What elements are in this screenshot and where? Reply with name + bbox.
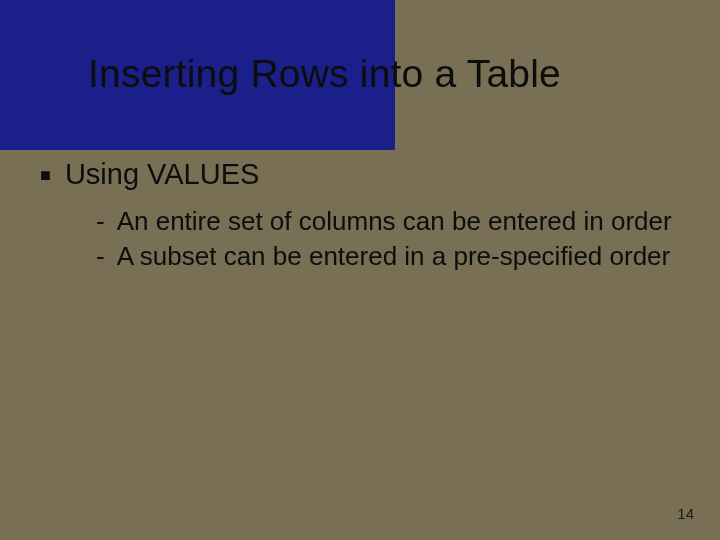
square-bullet-icon: ■ (40, 166, 51, 184)
sub-bullet-text: An entire set of columns can be entered … (117, 205, 672, 238)
sub-bullet-text: A subset can be entered in a pre-specifi… (117, 240, 671, 273)
dash-bullet-icon: - (96, 240, 105, 273)
bullet-item: ■ Using VALUES (40, 158, 680, 191)
slide-title: Inserting Rows into a Table (88, 52, 700, 96)
dash-bullet-icon: - (96, 205, 105, 238)
sub-bullet-list: - An entire set of columns can be entere… (96, 205, 680, 272)
sub-bullet-item: - A subset can be entered in a pre-speci… (96, 240, 680, 273)
page-number: 14 (677, 505, 694, 522)
slide-content: ■ Using VALUES - An entire set of column… (40, 158, 680, 274)
bullet-text: Using VALUES (65, 158, 260, 191)
slide-container: Inserting Rows into a Table ■ Using VALU… (0, 0, 720, 540)
sub-bullet-item: - An entire set of columns can be entere… (96, 205, 680, 238)
